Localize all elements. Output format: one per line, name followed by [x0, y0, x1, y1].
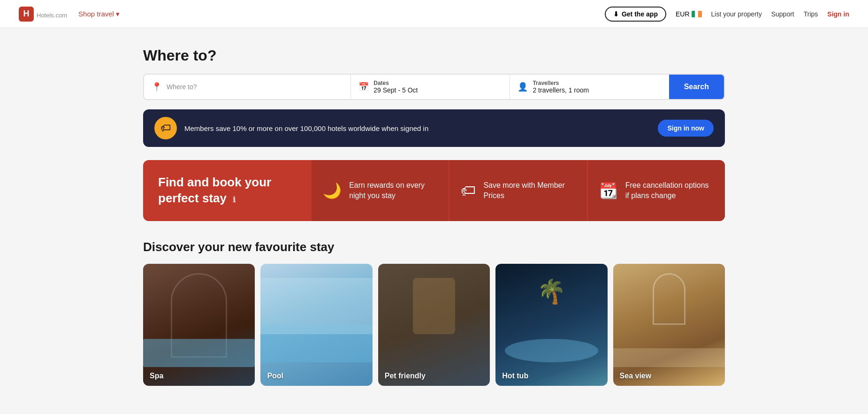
chevron-down-icon: ▾ [116, 10, 120, 18]
travellers-field[interactable]: 👤 Travellers 2 travellers, 1 room [510, 75, 669, 99]
sign-in-link[interactable]: Sign in [827, 10, 849, 18]
logo[interactable]: H Hotels.com [19, 7, 67, 22]
currency-selector[interactable]: EUR [676, 10, 702, 18]
promo-feature-prices[interactable]: 🏷 Save more with Member Prices [449, 160, 586, 221]
travellers-content: Travellers 2 travellers, 1 room [533, 80, 589, 94]
discover-card-hottub[interactable]: 🌴 Hot tub [495, 264, 607, 386]
discover-section-title: Discover your new favourite stay [143, 240, 725, 254]
destination-field[interactable]: 📍 Where to? [144, 75, 351, 99]
ireland-flag [692, 11, 702, 17]
card-seaview-label: Sea view [620, 372, 652, 380]
palm-decoration: 🌴 [537, 278, 566, 305]
search-button[interactable]: Search [669, 75, 724, 99]
discover-card-seaview[interactable]: Sea view [613, 264, 725, 386]
water-decoration [143, 339, 255, 367]
discover-card-spa[interactable]: Spa [143, 264, 255, 386]
promo-feature3-text: Free cancellation options if plans chang… [625, 180, 714, 201]
promo-feature-rewards[interactable]: 🌙 Earn rewards on every night you stay [312, 160, 449, 221]
card-pool-bg [260, 264, 372, 386]
travellers-label: Travellers [533, 80, 589, 86]
promo-title: Find and book your perfect stay ℹ [158, 175, 296, 207]
calendar-icon: 📅 [358, 82, 369, 92]
info-icon[interactable]: ℹ [233, 196, 236, 204]
pool-window [260, 278, 372, 334]
travellers-value: 2 travellers, 1 room [533, 86, 589, 94]
promo-feature-cancellation[interactable]: 📆 Free cancellation options if plans cha… [588, 160, 725, 221]
card-spa-bg [143, 264, 255, 386]
header-right: ⬇ Get the app EUR List your property Sup… [605, 7, 849, 22]
member-banner: 🏷 Members save 10% or more on over 100,0… [143, 109, 725, 147]
destination-placeholder: Where to? [167, 83, 197, 91]
list-property-link[interactable]: List your property [711, 10, 762, 18]
card-hottub-label: Hot tub [502, 372, 528, 380]
dates-label: Dates [373, 80, 418, 86]
logo-text: Hotels.com [37, 8, 67, 20]
window-arch [653, 273, 685, 325]
card-pool-label: Pool [267, 372, 283, 380]
get-app-button[interactable]: ⬇ Get the app [605, 7, 666, 22]
card-spa-label: Spa [150, 372, 163, 380]
dates-value: 29 Sept - 5 Oct [373, 86, 418, 94]
promo-feature2-text: Save more with Member Prices [483, 180, 575, 201]
tub-water [505, 339, 598, 362]
discover-card-pet[interactable]: Pet friendly [378, 264, 490, 386]
person-icon: 👤 [518, 82, 528, 92]
support-link[interactable]: Support [771, 10, 794, 18]
main-content: Where to? 📍 Where to? 📅 Dates 29 Sept - … [134, 28, 734, 414]
member-banner-text: Members save 10% or more on over 100,000… [184, 124, 650, 132]
page-title: Where to? [143, 47, 725, 64]
trips-link[interactable]: Trips [804, 10, 818, 18]
shop-travel-menu[interactable]: Shop travel ▾ [78, 10, 120, 18]
sea-horizon [613, 348, 725, 367]
moon-icon: 🌙 [323, 182, 342, 199]
tag-icon: 🏷 [160, 122, 171, 134]
card-pet-bg [378, 264, 490, 386]
download-icon: ⬇ [613, 10, 619, 18]
sign-in-now-button[interactable]: Sign in now [658, 120, 714, 137]
dates-field[interactable]: 📅 Dates 29 Sept - 5 Oct [351, 75, 510, 99]
promo-main: Find and book your perfect stay ℹ [143, 160, 311, 221]
logo-icon: H [19, 7, 34, 22]
card-hottub-bg: 🌴 [495, 264, 607, 386]
promo-banner: Find and book your perfect stay ℹ 🌙 Earn… [143, 160, 725, 221]
card-pet-label: Pet friendly [385, 372, 426, 380]
promo-feature1-text: Earn rewards on every night you stay [349, 180, 437, 201]
location-icon: 📍 [152, 82, 162, 92]
discover-card-pool[interactable]: Pool [260, 264, 372, 386]
member-icon: 🏷 [154, 117, 177, 139]
calendar-check-icon: 📆 [599, 182, 618, 199]
discover-grid: Spa Pool Pet friendly 🌴 Hot tub [143, 264, 725, 386]
price-tag-icon: 🏷 [461, 182, 476, 199]
header: H Hotels.com Shop travel ▾ ⬇ Get the app… [0, 0, 868, 28]
search-bar: 📍 Where to? 📅 Dates 29 Sept - 5 Oct 👤 Tr… [143, 74, 725, 100]
card-seaview-bg [613, 264, 725, 386]
dates-content: Dates 29 Sept - 5 Oct [373, 80, 418, 94]
pet-room [413, 278, 455, 334]
